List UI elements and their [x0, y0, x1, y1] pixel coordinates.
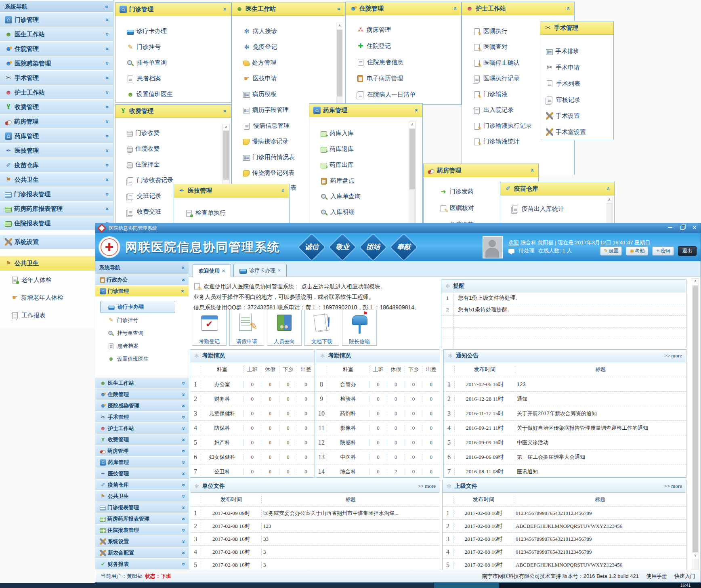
- menu-item[interactable]: 门诊收费: [115, 125, 231, 141]
- scroll-thumb[interactable]: [223, 131, 229, 180]
- nav-item[interactable]: 疫苗仓库 «: [0, 158, 113, 172]
- menu-item[interactable]: 处方管理: [232, 55, 345, 71]
- table-row[interactable]: 12院感科 00 00: [316, 435, 440, 449]
- sidebar-group[interactable]: 系统设置 «: [95, 536, 189, 547]
- nav-item[interactable]: 门诊报表管理 «: [0, 187, 113, 202]
- table-row[interactable]: 32017-02-08 16时 33: [190, 532, 440, 545]
- attendance-register-button[interactable]: 考勤登记: [192, 310, 227, 346]
- reminder-row[interactable]: 2 您有51条待处理提醒.: [441, 304, 686, 316]
- tab-card-handling[interactable]: 诊疗卡办理 ×: [233, 264, 287, 277]
- nav-item[interactable]: 住院管理 «: [0, 42, 113, 56]
- table-row[interactable]: 12017-02-08 16时 012345678998765432101234…: [443, 506, 686, 519]
- password-button[interactable]: ✦密码: [652, 246, 674, 256]
- tab-close-icon[interactable]: ×: [278, 265, 281, 277]
- panel-header[interactable]: 护士工作站 «: [462, 2, 574, 15]
- menu-item[interactable]: 药库退库: [309, 141, 422, 157]
- menu-item[interactable]: 电子病历管理: [346, 70, 461, 86]
- reminder-row[interactable]: 1 您有1份上级文件待处理.: [441, 292, 686, 304]
- menu-item[interactable]: 入库明细: [309, 204, 422, 220]
- menu-item[interactable]: 设置值班医生: [115, 86, 231, 102]
- sidebar-group[interactable]: 住院报表管理 «: [95, 525, 189, 536]
- quickstart-link[interactable]: 快速入门: [674, 573, 695, 580]
- sidebar-group[interactable]: 手术管理 «: [95, 412, 189, 423]
- panel-header[interactable]: 药房管理 «: [424, 164, 538, 177]
- menu-item[interactable]: 住院登记: [346, 38, 461, 54]
- panel-header[interactable]: 疫苗仓库 «: [500, 182, 614, 195]
- collapse-up-icon[interactable]: «: [222, 8, 229, 11]
- sidebar-submenu-item[interactable]: 诊疗卡办理: [100, 301, 175, 313]
- nav-item[interactable]: 药房药库报表管理 «: [0, 202, 113, 216]
- panel-header[interactable]: 手术管理: [540, 21, 613, 35]
- panel-scrollbar[interactable]: ∧: [336, 23, 343, 104]
- sidebar-group[interactable]: 财务报表 «: [95, 559, 189, 570]
- sidebar-group[interactable]: 收费管理 «: [95, 434, 189, 445]
- logout-button[interactable]: 退出: [678, 246, 697, 256]
- menu-item[interactable]: 住院收费: [115, 141, 231, 157]
- nav-item[interactable]: 药房管理 «: [0, 114, 113, 129]
- sidebar-group[interactable]: 住院管理 «: [95, 389, 189, 400]
- menu-item[interactable]: 挂号单查询: [115, 55, 231, 71]
- menu-item[interactable]: 门诊挂号: [115, 39, 231, 55]
- menu-item[interactable]: 疫苗出入库统计: [500, 201, 614, 216]
- panel-header[interactable]: 收费管理 «: [115, 105, 231, 118]
- nav-item[interactable]: 收费管理 «: [0, 100, 113, 114]
- leave-request-button[interactable]: 请假申请: [229, 310, 264, 346]
- document-download-button[interactable]: 文档下载: [304, 310, 339, 346]
- nav-item[interactable]: 医生工作站 «: [0, 27, 113, 42]
- sidebar-group[interactable]: 医院感染管理 «: [95, 400, 189, 412]
- panel-scrollbar[interactable]: ∧: [409, 122, 416, 223]
- table-row[interactable]: 4防保科 00 00: [190, 420, 315, 435]
- nav-item[interactable]: 医院感染管理 «: [0, 56, 113, 71]
- collapse-left-icon[interactable]: «: [105, 1, 108, 12]
- staff-whereabouts-button[interactable]: 人员去向: [267, 310, 302, 346]
- table-row[interactable]: 13中医科 00 00: [316, 449, 440, 464]
- table-row[interactable]: 32017-02-08 16时 012345678998765432101234…: [443, 532, 686, 545]
- restore-button[interactable]: [676, 223, 688, 233]
- table-row[interactable]: 62016-09-06 09时 第三届工会换届选举大会通知: [444, 449, 686, 464]
- menu-item[interactable]: 检查单执行: [174, 205, 289, 221]
- sidebar-group[interactable]: 疫苗仓库 «: [95, 479, 189, 491]
- sidebar-group[interactable]: 医生工作站 «: [95, 378, 189, 389]
- menu-item[interactable]: 住院患者信息: [346, 54, 461, 70]
- nav-item[interactable]: 护士工作站 «: [0, 85, 113, 100]
- menu-item[interactable]: 手术列表: [540, 76, 613, 92]
- more-link[interactable]: >> more: [664, 353, 682, 359]
- scroll-up-icon[interactable]: ∧: [409, 122, 416, 128]
- sidebar-group[interactable]: 行政办公 «: [95, 274, 189, 286]
- attendance-button[interactable]: ◉考勤: [626, 246, 648, 256]
- settings-button[interactable]: ✎设置: [600, 246, 622, 256]
- table-row[interactable]: 32016-11-17 15时 关于开展2017年新农合筹资的通知: [444, 406, 686, 420]
- collapse-up-icon[interactable]: «: [605, 187, 612, 190]
- scroll-up-icon[interactable]: ∧: [606, 197, 613, 204]
- table-row[interactable]: 42017-02-08 16时 012345678998765432101234…: [443, 545, 686, 558]
- sidebar-group[interactable]: 公共卫生 «: [95, 491, 189, 502]
- more-link[interactable]: >> more: [418, 483, 436, 489]
- sidebar-group-outpatient-active[interactable]: 门诊管理 «: [95, 286, 189, 297]
- scroll-thumb[interactable]: [693, 286, 698, 552]
- nav-item[interactable]: 医技管理 «: [0, 143, 113, 158]
- table-row[interactable]: 22017-02-08 16时 ABCDEFGHIJKLMNOPQRSTUVWX…: [443, 519, 686, 532]
- collapse-up-icon[interactable]: «: [565, 7, 572, 10]
- sidebar-group[interactable]: 药房药库报表管理 «: [95, 513, 189, 525]
- sidebar-submenu-item[interactable]: 设置值班医生: [100, 353, 189, 365]
- sidebar-group[interactable]: 药库管理 «: [95, 457, 189, 468]
- collapse-left-icon[interactable]: «: [181, 261, 185, 274]
- collapse-up-icon[interactable]: «: [336, 7, 342, 10]
- menu-item[interactable]: 手术申请: [540, 59, 613, 76]
- pending-link[interactable]: 待处理: [518, 247, 534, 254]
- table-row[interactable]: 3儿童保健科 00 00: [190, 406, 315, 420]
- menu-item[interactable]: 入库单查询: [309, 189, 422, 204]
- menu-item[interactable]: 手术排班: [540, 43, 613, 59]
- table-row[interactable]: 9检验科 00 00: [316, 391, 440, 406]
- panel-header[interactable]: 门诊管理 «: [115, 3, 231, 16]
- tab-close-icon[interactable]: ×: [222, 265, 225, 277]
- collapse-up-icon[interactable]: «: [452, 7, 459, 10]
- table-row[interactable]: 52017-02-08 16时 3: [190, 558, 440, 570]
- menu-item[interactable]: 免疫登记: [232, 39, 345, 55]
- nav-item[interactable]: 手术管理 «: [0, 71, 113, 85]
- collapse-up-icon[interactable]: «: [222, 109, 229, 113]
- scroll-thumb[interactable]: [337, 30, 342, 97]
- menu-item[interactable]: 住院押金: [115, 157, 231, 172]
- manual-link[interactable]: 使用手册: [646, 573, 667, 580]
- table-row[interactable]: 12017-02-09 09时 国务院安委会办公室关于山西省朔州市中煤集团担水沟…: [190, 506, 440, 519]
